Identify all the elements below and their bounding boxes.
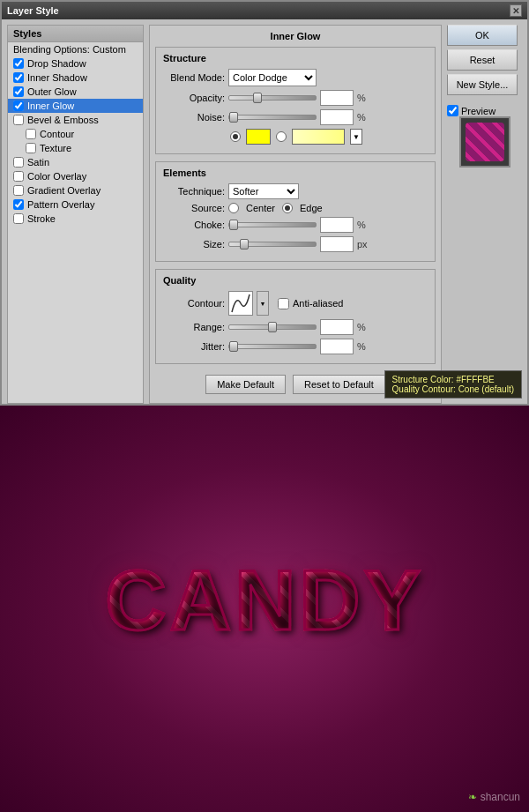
candy-text: CANDY bbox=[105, 552, 423, 649]
technique-select[interactable]: Softer Precise bbox=[228, 183, 299, 199]
noise-slider[interactable] bbox=[228, 115, 317, 120]
layer-item-inner-shadow[interactable]: Inner Shadow bbox=[8, 71, 143, 85]
checkbox-stroke[interactable] bbox=[13, 213, 24, 224]
preview-box bbox=[459, 116, 510, 168]
jitter-label: Jitter: bbox=[163, 341, 225, 352]
layer-item-outer-glow[interactable]: Outer Glow bbox=[8, 85, 143, 99]
layer-label-contour: Contour bbox=[40, 129, 74, 139]
close-button[interactable]: ✕ bbox=[510, 4, 522, 17]
technique-row: Technique: Softer Precise bbox=[163, 183, 428, 199]
checkbox-color-overlay[interactable] bbox=[13, 171, 24, 182]
layer-item-color-overlay[interactable]: Color Overlay bbox=[8, 169, 143, 183]
opacity-unit: % bbox=[357, 93, 366, 103]
gradient-arrow[interactable]: ▼ bbox=[350, 129, 362, 145]
edge-label: Edge bbox=[300, 203, 323, 213]
checkbox-outer-glow[interactable] bbox=[13, 86, 24, 97]
jitter-input[interactable]: 0 bbox=[320, 339, 354, 354]
range-input[interactable]: 50 bbox=[320, 319, 354, 335]
checkbox-pattern-overlay[interactable] bbox=[13, 199, 24, 210]
quality-section: Quality Contour: ▼ Anti-aliased Range: bbox=[155, 269, 436, 364]
checkbox-texture[interactable] bbox=[26, 143, 36, 153]
gradient-swatch[interactable] bbox=[292, 129, 345, 145]
color-swatch[interactable] bbox=[246, 129, 271, 145]
noise-row: Noise: 0 % bbox=[163, 109, 428, 125]
tooltip-line2: Quality Contour: Cone (default) bbox=[392, 384, 514, 394]
source-options: Center Edge bbox=[228, 203, 323, 213]
reset-button[interactable]: Reset bbox=[447, 49, 518, 71]
checkbox-satin[interactable] bbox=[13, 157, 24, 168]
checkbox-contour[interactable] bbox=[26, 129, 36, 139]
jitter-slider[interactable] bbox=[228, 344, 317, 349]
layer-label-inner-shadow: Inner Shadow bbox=[27, 72, 87, 83]
contour-dropdown[interactable]: ▼ bbox=[257, 291, 269, 316]
center-radio[interactable] bbox=[228, 203, 239, 213]
layer-label-gradient-overlay: Gradient Overlay bbox=[27, 185, 101, 196]
blend-mode-row: Blend Mode: NormalDissolveDarkenMultiply… bbox=[163, 69, 428, 86]
choke-input[interactable]: 0 bbox=[320, 217, 354, 233]
preview-row: Preview bbox=[447, 105, 522, 116]
solid-color-radio[interactable] bbox=[230, 131, 241, 142]
layer-label-pattern-overlay: Pattern Overlay bbox=[27, 199, 94, 210]
layer-item-stroke[interactable]: Stroke bbox=[8, 212, 143, 226]
edge-radio[interactable] bbox=[282, 203, 293, 213]
layer-label-satin: Satin bbox=[27, 157, 49, 168]
layer-label-color-overlay: Color Overlay bbox=[27, 171, 86, 182]
center-label: Center bbox=[246, 203, 275, 213]
layer-item-drop-shadow[interactable]: Drop Shadow bbox=[8, 56, 143, 71]
ok-button[interactable]: OK bbox=[447, 25, 518, 46]
range-slider[interactable] bbox=[228, 324, 317, 330]
left-panel: Styles Blending Options: CustomDrop Shad… bbox=[7, 25, 144, 404]
anti-aliased-checkbox[interactable] bbox=[278, 298, 289, 309]
preview-label: Preview bbox=[461, 106, 495, 116]
blend-mode-select[interactable]: NormalDissolveDarkenMultiplyColor BurnLi… bbox=[228, 69, 317, 86]
jitter-row: Jitter: 0 % bbox=[163, 339, 428, 354]
contour-row: Contour: ▼ Anti-aliased bbox=[163, 291, 428, 316]
choke-slider[interactable] bbox=[228, 222, 317, 227]
opacity-input[interactable]: 31 bbox=[320, 90, 354, 106]
layer-item-bevel[interactable]: Bevel & Emboss bbox=[8, 113, 143, 127]
contour-label: Contour: bbox=[163, 298, 225, 309]
opacity-slider[interactable] bbox=[228, 95, 317, 101]
layer-label-stroke: Stroke bbox=[27, 213, 56, 224]
size-input[interactable]: 7 bbox=[320, 236, 354, 252]
range-label: Range: bbox=[163, 322, 225, 332]
noise-input[interactable]: 0 bbox=[320, 109, 354, 125]
layer-label-outer-glow: Outer Glow bbox=[27, 86, 77, 97]
watermark-icon: ❧ bbox=[468, 791, 477, 803]
checkbox-inner-shadow[interactable] bbox=[13, 72, 24, 83]
layer-label-drop-shadow: Drop Shadow bbox=[27, 58, 86, 69]
section-title: Inner Glow bbox=[155, 31, 436, 41]
watermark-text: shancun bbox=[481, 791, 520, 803]
dialog-title: Layer Style bbox=[7, 5, 59, 16]
contour-preview[interactable] bbox=[228, 291, 253, 316]
layer-item-gradient-overlay[interactable]: Gradient Overlay bbox=[8, 183, 143, 197]
choke-label: Choke: bbox=[163, 220, 225, 230]
preview-checkbox[interactable] bbox=[447, 105, 458, 116]
structure-title: Structure bbox=[163, 53, 428, 63]
checkbox-inner-glow[interactable] bbox=[13, 101, 24, 111]
size-slider[interactable] bbox=[228, 242, 317, 247]
reset-to-default-button[interactable]: Reset to Default bbox=[293, 375, 385, 394]
checkbox-drop-shadow[interactable] bbox=[13, 58, 24, 69]
layer-item-inner-glow[interactable]: Inner Glow bbox=[8, 99, 143, 113]
new-style-button[interactable]: New Style... bbox=[447, 74, 518, 95]
make-default-button[interactable]: Make Default bbox=[205, 375, 286, 394]
checkbox-bevel[interactable] bbox=[13, 115, 24, 125]
layer-item-texture[interactable]: Texture bbox=[8, 141, 143, 155]
layer-item-contour[interactable]: Contour bbox=[8, 127, 143, 141]
layer-item-blending[interactable]: Blending Options: Custom bbox=[8, 42, 143, 56]
tooltip-line1: Structure Color: #FFFFBE bbox=[392, 375, 514, 384]
styles-header[interactable]: Styles bbox=[8, 26, 143, 42]
layer-item-satin[interactable]: Satin bbox=[8, 155, 143, 169]
size-row: Size: 7 px bbox=[163, 236, 428, 252]
checkbox-gradient-overlay[interactable] bbox=[13, 185, 24, 196]
layer-item-pattern-overlay[interactable]: Pattern Overlay bbox=[8, 197, 143, 212]
range-row: Range: 50 % bbox=[163, 319, 428, 335]
jitter-unit: % bbox=[357, 341, 366, 352]
layer-label-texture: Texture bbox=[40, 143, 71, 153]
noise-unit: % bbox=[357, 112, 366, 123]
range-unit: % bbox=[357, 322, 366, 332]
gradient-radio[interactable] bbox=[276, 131, 287, 142]
choke-row: Choke: 0 % bbox=[163, 217, 428, 233]
candy-wrapper: CANDY bbox=[105, 552, 423, 649]
